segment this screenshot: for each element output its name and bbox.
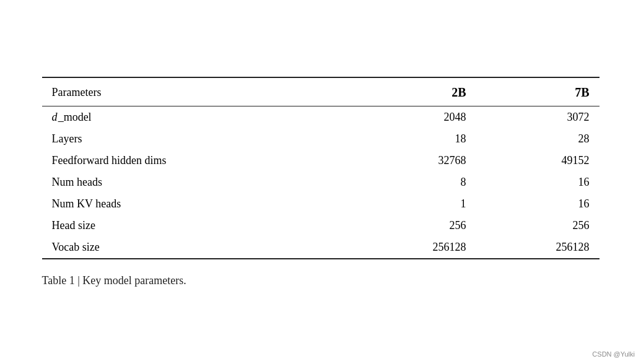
- value-2b-cell: 32768: [353, 150, 476, 171]
- value-2b-cell: 2048: [353, 106, 476, 129]
- param-cell: Vocab size: [42, 236, 353, 259]
- table-row: Head size256256: [42, 215, 600, 236]
- value-2b-cell: 256128: [353, 236, 476, 259]
- table-caption: Table 1 | Key model parameters.: [42, 274, 600, 287]
- value-7b-cell: 28: [476, 128, 600, 150]
- value-7b-cell: 256128: [476, 236, 600, 259]
- value-7b-cell: 256: [476, 215, 600, 236]
- value-2b-cell: 18: [353, 128, 476, 150]
- value-2b-cell: 8: [353, 171, 476, 193]
- col-header-2b: 2B: [353, 77, 476, 106]
- param-cell: Num KV heads: [42, 193, 353, 215]
- param-cell: Layers: [42, 128, 353, 150]
- table-row: Layers1828: [42, 128, 600, 150]
- param-cell: d _model: [42, 106, 353, 129]
- param-cell: Head size: [42, 215, 353, 236]
- table-row: Num heads816: [42, 171, 600, 193]
- table-row: Num KV heads116: [42, 193, 600, 215]
- table-row: Feedforward hidden dims3276849152: [42, 150, 600, 171]
- param-cell: Num heads: [42, 171, 353, 193]
- value-2b-cell: 1: [353, 193, 476, 215]
- watermark-label: CSDN @Yulki: [592, 350, 635, 358]
- value-7b-cell: 3072: [476, 106, 600, 129]
- value-2b-cell: 256: [353, 215, 476, 236]
- value-7b-cell: 16: [476, 193, 600, 215]
- param-cell: Feedforward hidden dims: [42, 150, 353, 171]
- table-row: Vocab size256128256128: [42, 236, 600, 259]
- value-7b-cell: 16: [476, 171, 600, 193]
- table-row: d _model20483072: [42, 106, 600, 129]
- value-7b-cell: 49152: [476, 150, 600, 171]
- parameters-table: Parameters 2B 7B d _model20483072Layers1…: [42, 77, 600, 259]
- col-header-param: Parameters: [42, 77, 353, 106]
- table-header-row: Parameters 2B 7B: [42, 77, 600, 106]
- col-header-7b: 7B: [476, 77, 600, 106]
- main-container: Parameters 2B 7B d _model20483072Layers1…: [42, 77, 600, 287]
